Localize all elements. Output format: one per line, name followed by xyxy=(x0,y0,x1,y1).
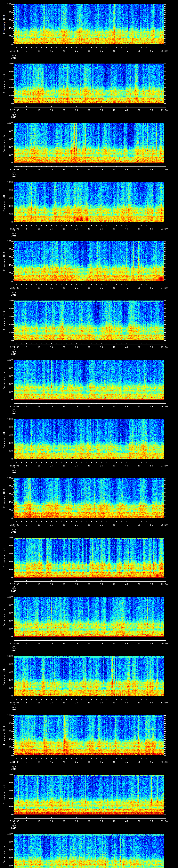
x-axis-tick xyxy=(19,818,19,818)
x-axis-tick xyxy=(124,699,124,700)
x-axis-tick xyxy=(126,225,127,226)
x-axis-minute-label: 45 xyxy=(123,405,130,408)
x-axis-tick xyxy=(24,106,24,107)
x-axis-minute-label: 15 xyxy=(48,820,55,823)
y-axis-tick-label: 0 xyxy=(4,43,13,45)
y-axis-tick xyxy=(164,247,166,248)
x-axis-tick xyxy=(119,225,119,226)
x-axis-tick xyxy=(121,166,122,166)
x-axis-tick xyxy=(116,462,117,463)
x-axis-minute-label: 50 xyxy=(136,761,143,763)
y-axis-tick xyxy=(164,271,166,272)
y-axis-tick xyxy=(13,95,14,96)
y-axis-tick-label: 400 xyxy=(4,679,13,681)
x-axis-tick xyxy=(144,462,144,463)
x-axis-tick xyxy=(36,284,37,285)
x-axis-tick xyxy=(96,225,97,226)
x-axis-line xyxy=(14,463,166,463)
x-axis-tick xyxy=(107,225,107,226)
y-axis-tick-label: 1000 xyxy=(4,655,13,657)
x-axis-minute-label: 30 xyxy=(86,820,92,823)
date-year-label: 2015 xyxy=(7,57,21,59)
y-axis-tick-label: 200 xyxy=(4,509,13,512)
x-axis-tick xyxy=(84,581,84,581)
y-axis-tick-label: 400 xyxy=(4,442,13,444)
x-axis-tick xyxy=(14,47,14,48)
x-axis-tick xyxy=(121,818,122,818)
x-axis-tick xyxy=(144,403,144,403)
y-axis-tick-label: 400 xyxy=(4,86,13,89)
x-axis-minute-label: 15 xyxy=(48,761,55,763)
x-axis-tick xyxy=(109,462,109,463)
x-axis-tick xyxy=(144,166,144,166)
y-axis-tick-label: 800 xyxy=(4,663,13,665)
y-axis-tick-label: 0 xyxy=(4,102,13,105)
x-axis-minute-label: 20 xyxy=(60,702,67,704)
x-axis-tick xyxy=(26,166,27,166)
y-axis-tick-label: 0 xyxy=(4,339,13,342)
y-axis-tick xyxy=(164,186,166,186)
x-axis-tick xyxy=(109,818,109,818)
y-axis-tick xyxy=(164,24,166,25)
x-axis-tick xyxy=(31,521,32,522)
x-axis-tick xyxy=(89,47,89,48)
y-axis-tick xyxy=(164,844,166,844)
y-axis-tick-label: 1000 xyxy=(4,773,13,776)
x-axis-tick xyxy=(89,758,89,759)
y-axis-tick xyxy=(13,451,14,451)
x-axis-start-time-label: 5:30:00 xyxy=(5,702,24,704)
x-axis-minute-label: 25 xyxy=(73,168,80,171)
x-axis-minute-label: 55 xyxy=(148,465,155,467)
y-axis-tick xyxy=(164,576,166,576)
y-axis-tick xyxy=(13,44,14,44)
y-axis-tick xyxy=(13,680,14,680)
x-axis-minute-label: 35 xyxy=(98,346,105,348)
y-axis-tick xyxy=(13,380,14,380)
x-axis-minute-label: 20 xyxy=(60,642,67,645)
x-axis-tick xyxy=(79,818,79,818)
x-axis-tick xyxy=(124,818,124,818)
x-axis-tick xyxy=(139,47,139,48)
x-axis-tick xyxy=(149,640,149,641)
x-axis-end-time-label: 23:00 xyxy=(157,227,171,230)
y-axis-tick xyxy=(13,478,14,478)
x-axis-tick xyxy=(26,462,27,463)
x-axis-tick xyxy=(96,699,97,700)
y-axis-tick xyxy=(164,437,166,437)
y-axis-tick xyxy=(13,336,14,337)
y-axis-tick xyxy=(164,599,166,599)
x-axis-minute-label: 15 xyxy=(48,642,55,645)
x-axis-tick xyxy=(116,699,117,700)
x-axis-tick xyxy=(31,166,32,166)
y-axis-tick xyxy=(13,668,14,668)
x-axis-tick xyxy=(124,225,124,226)
x-axis-minute-label: 25 xyxy=(73,583,80,586)
y-axis-tick xyxy=(164,668,166,668)
x-axis-minute-label: 25 xyxy=(73,50,80,52)
x-axis-tick xyxy=(26,640,27,641)
x-axis-minute-label: 10 xyxy=(35,287,42,289)
y-axis-tick xyxy=(13,502,14,502)
y-axis-tick-label: 400 xyxy=(4,264,13,267)
y-axis-tick xyxy=(13,143,14,143)
y-axis-tick xyxy=(13,721,14,722)
x-axis-tick xyxy=(36,403,37,403)
spectrogram-panel: Frequency (Hz) 0200400600800100051015202… xyxy=(0,770,178,830)
x-axis-tick xyxy=(121,581,122,581)
x-axis-tick xyxy=(96,640,97,641)
x-axis-minute-label: 10 xyxy=(35,168,42,171)
y-axis-tick xyxy=(13,427,14,427)
y-axis-tick xyxy=(13,73,14,74)
x-axis-minute-label: 10 xyxy=(35,50,42,52)
x-axis-tick xyxy=(44,521,44,522)
x-axis-tick xyxy=(91,48,92,48)
x-axis-tick xyxy=(116,758,117,759)
x-axis-tick xyxy=(112,462,112,463)
x-axis-tick xyxy=(104,581,104,581)
y-axis-tick xyxy=(13,312,14,313)
y-axis-tick xyxy=(13,271,14,272)
y-axis-tick xyxy=(164,838,166,838)
x-axis-tick xyxy=(21,48,22,48)
y-axis-tick xyxy=(13,200,14,200)
y-axis-tick xyxy=(164,394,166,394)
